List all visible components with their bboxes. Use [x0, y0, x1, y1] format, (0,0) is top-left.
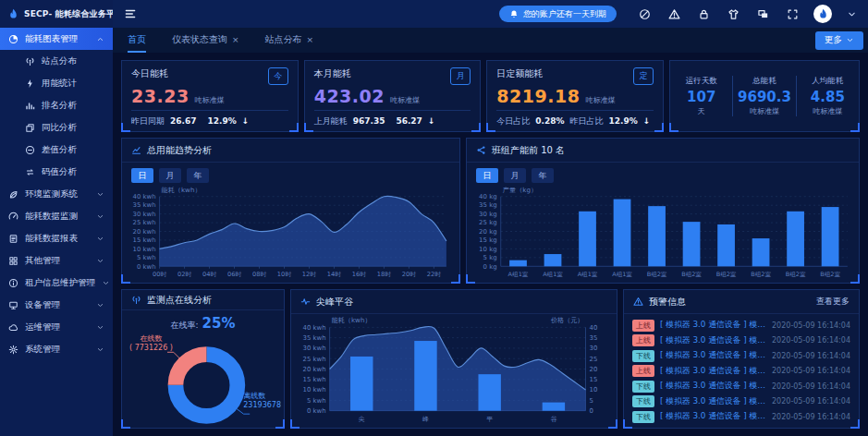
svg-text:B组2室: B组2室: [751, 271, 771, 278]
panel-energy-trend: 总用能趋势分析 日月年 0 kwh5 kwh10 kwh15 kwh20 kwh…: [121, 138, 460, 284]
charts-row: 总用能趋势分析 日月年 0 kwh5 kwh10 kwh15 kwh20 kwh…: [121, 138, 860, 284]
sidebar-item-5[interactable]: 租户信息维护管理: [0, 272, 113, 294]
trend-down-arrow: ↓: [242, 116, 250, 126]
sidebar-item-7[interactable]: 运维管理: [0, 316, 113, 338]
sidebar-item-8[interactable]: 系统管理: [0, 338, 113, 360]
footer-value2: 12.9%: [609, 116, 638, 126]
dashboard-icon[interactable]: [639, 8, 651, 20]
range-tab[interactable]: 年: [532, 168, 554, 183]
svg-text:40 kwh: 40 kwh: [133, 193, 156, 200]
chevron-down-icon: [96, 257, 104, 265]
summary-label: 总能耗: [733, 76, 795, 87]
range-tab[interactable]: 月: [159, 168, 181, 183]
svg-text:10 kwh: 10 kwh: [303, 386, 326, 394]
status-badge: 下线: [632, 411, 654, 423]
sidebar: SECP- 能耗综合业务平台 能耗图表管理站点分布用能统计排名分析同比分析差值分…: [0, 0, 113, 436]
card-month-energy: 本月能耗 月 423.02 吨标准煤 上月能耗 967.35 56.27 ↓: [304, 60, 482, 132]
sidebar-subitem-0-3[interactable]: 同比分析: [0, 116, 113, 139]
online-rate-label: 在线率:: [171, 321, 199, 330]
sidebar-item-label: 运维管理: [25, 321, 60, 333]
view-more-link[interactable]: 查看更多: [816, 296, 850, 308]
sidebar-item-1[interactable]: 环境监测系统: [0, 183, 113, 205]
chevron-down-icon: [96, 323, 104, 332]
tab-label: 站点分布: [265, 33, 302, 46]
alert-row[interactable]: 下线[ 模拟器 3.0 通信设备 ] 模拟器 3.0...2020-05-09 …: [632, 380, 850, 393]
panel-alerts: 预警信息 查看更多 上线[ 模拟器 3.0 通信设备 ] 模拟器 3.0...2…: [623, 289, 860, 429]
pie-chart-icon: [8, 34, 18, 44]
sidebar-item-label: 能耗数据报表: [25, 233, 78, 245]
windows-icon[interactable]: [757, 8, 769, 20]
sidebar-item-label: 能耗数据监测: [25, 211, 78, 223]
summary-value: 107: [670, 89, 732, 105]
svg-text:谷: 谷: [550, 416, 556, 423]
alert-row[interactable]: 下线[ 模拟器 3.0 通信设备 ] 模拟器 3.0...2020-05-09 …: [632, 395, 850, 408]
alert-row[interactable]: 下线[ 模拟器 3.0 通信设备 ] 模拟器 3.0...2020-05-09 …: [632, 349, 850, 362]
avatar[interactable]: [813, 5, 832, 23]
close-icon[interactable]: ×: [232, 35, 239, 44]
alert-message: [ 模拟器 3.0 通信设备 ] 模拟器 3.0...: [660, 411, 766, 422]
sidebar-subitem-0-5[interactable]: 码值分析: [0, 161, 113, 183]
sidebar-subitem-0-4[interactable]: 差值分析: [0, 139, 113, 161]
more-button[interactable]: 更多: [815, 31, 863, 50]
sidebar-subitem-0-1[interactable]: 用能统计: [0, 72, 113, 94]
topbar: 您的账户还有一天到期: [113, 0, 868, 28]
svg-text:15 kg: 15 kg: [479, 236, 497, 244]
sidebar-item-6[interactable]: 设备管理: [0, 294, 113, 316]
footer-label: 上月能耗: [314, 115, 348, 127]
online-rate-value: 25%: [202, 315, 236, 332]
theme-icon[interactable]: [727, 8, 740, 20]
tabs: 首页仪表状态查询×站点分布×: [128, 28, 313, 53]
lock-icon[interactable]: [698, 8, 710, 20]
tab-2[interactable]: 站点分布×: [265, 28, 314, 53]
svg-text:B组2室: B组2室: [786, 271, 806, 278]
alert-row[interactable]: 上线[ 模拟器 3.0 通信设备 ] 模拟器 3.0...2020-05-09 …: [632, 365, 850, 378]
tab-1[interactable]: 仪表状态查询×: [172, 28, 239, 53]
summary-panel: 运行天数 107 天 总能耗 9690.3 吨标准煤 人均能耗 4.85 吨标准…: [669, 60, 860, 132]
sidebar-item-4[interactable]: 其他管理: [0, 249, 113, 272]
card-unit: 吨标准煤: [390, 95, 420, 105]
summary-label: 运行天数: [670, 76, 732, 87]
svg-text:5: 5: [590, 397, 593, 405]
sidebar-item-0[interactable]: 能耗图表管理: [0, 28, 113, 50]
card-value: 23.23: [131, 86, 189, 106]
sidebar-item-3[interactable]: 能耗数据报表: [0, 227, 113, 249]
user-menu-chevron-icon[interactable]: [847, 9, 857, 19]
svg-text:40 kwh: 40 kwh: [303, 324, 326, 332]
svg-text:A组1室: A组1室: [543, 271, 563, 278]
menu-toggle-icon[interactable]: [124, 7, 137, 20]
svg-text:B组2室: B组2室: [647, 271, 667, 278]
alert-row[interactable]: 下线[ 模拟器 3.0 通信设备 ] 模拟器 3.0...2020-05-09 …: [632, 410, 850, 423]
card-unit: 吨标准煤: [585, 95, 615, 105]
alert-time: 2020-05-09 16:14:04: [772, 336, 850, 345]
summary-unit: 天: [670, 106, 732, 116]
close-icon[interactable]: ×: [307, 35, 314, 44]
footer-value2: 56.27: [396, 116, 422, 126]
svg-text:A组1室: A组1室: [612, 271, 632, 278]
alert-time: 2020-05-09 16:14:04: [772, 397, 850, 406]
range-tab[interactable]: 年: [187, 168, 209, 183]
svg-text:5 kg: 5 kg: [483, 254, 497, 261]
sidebar-subitem-0-0[interactable]: 站点分布: [0, 50, 113, 72]
account-expiry-notice[interactable]: 您的账户还有一天到期: [499, 6, 617, 22]
sidebar-item-2[interactable]: 能耗数据监测: [0, 205, 113, 227]
range-tab[interactable]: 日: [131, 168, 153, 183]
status-badge: 下线: [632, 381, 654, 393]
svg-text:15 kwh: 15 kwh: [133, 236, 156, 244]
tab-0[interactable]: 首页: [128, 28, 146, 53]
chevron-down-icon: [96, 345, 104, 354]
warning-icon: [633, 297, 643, 307]
loop-icon: [25, 167, 35, 177]
alert-row[interactable]: 上线[ 模拟器 3.0 通信设备 ] 模拟器 3.0...2020-05-09 …: [632, 334, 850, 347]
report-icon: [8, 234, 18, 244]
footer-label: 今日占比: [496, 115, 530, 127]
main-area: 您的账户还有一天到期 首页仪表状态查询×站点分布× 更多 今日能耗: [113, 0, 868, 436]
range-tab[interactable]: 月: [504, 168, 526, 183]
bell-icon: [509, 9, 519, 18]
alert-row[interactable]: 上线[ 模拟器 3.0 通信设备 ] 模拟器 3.0...2020-05-09 …: [632, 319, 850, 332]
svg-text:10 kwh: 10 kwh: [133, 246, 156, 253]
range-tab[interactable]: 日: [476, 168, 498, 183]
sidebar-subitem-0-2[interactable]: 排名分析: [0, 94, 113, 116]
fullscreen-icon[interactable]: [787, 8, 799, 20]
calendar-quota-icon: 定: [633, 67, 654, 85]
warning-icon[interactable]: [668, 8, 680, 20]
